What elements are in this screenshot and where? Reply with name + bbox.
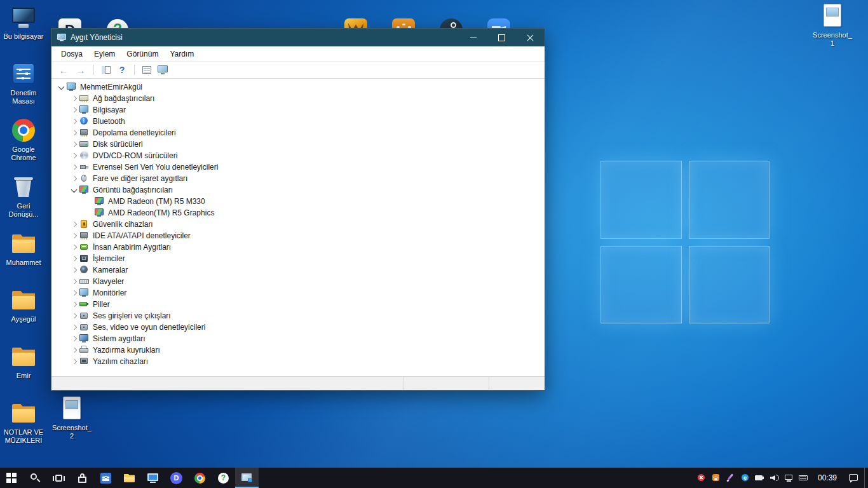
desktop-icon[interactable]: Google Chrome xyxy=(0,117,47,173)
tree-item[interactable]: Fare ve diğer işaret aygıtları xyxy=(51,173,545,184)
tree-item[interactable]: Bluetooth xyxy=(51,116,545,127)
tree-expander-icon[interactable] xyxy=(69,334,79,344)
clock[interactable]: 00:39 xyxy=(812,468,843,488)
tree-item[interactable]: Bilgisayar xyxy=(51,104,545,116)
tree-item[interactable]: IDE ATA/ATAPI denetleyiciler xyxy=(51,230,545,241)
desktop-icon[interactable]: Geri Dönüşü... xyxy=(0,173,47,230)
tree-expander-icon[interactable] xyxy=(69,128,79,138)
desktop-icon[interactable]: Emir xyxy=(0,343,47,400)
list-view-icon[interactable] xyxy=(140,64,153,76)
tree-item[interactable]: Ağ bağdaştırıcıları xyxy=(51,93,545,104)
tree-expander-icon[interactable] xyxy=(69,299,79,309)
tray-button[interactable]: e xyxy=(738,468,752,488)
tree-expander-icon[interactable] xyxy=(69,356,79,367)
tree-expander-icon[interactable] xyxy=(69,151,79,161)
tree-item[interactable]: AMD Radeon(TM) R5 Graphics xyxy=(51,207,545,219)
tree-expander-icon[interactable] xyxy=(69,139,79,149)
minimize-button[interactable] xyxy=(459,29,487,46)
back-icon[interactable] xyxy=(57,63,71,77)
tree-item[interactable]: Klavyeler xyxy=(51,276,545,287)
tree-item[interactable]: İşlemciler xyxy=(51,253,545,264)
tree-expander-icon[interactable] xyxy=(69,288,79,298)
battery-icon xyxy=(79,300,89,309)
forward-icon[interactable] xyxy=(74,63,88,77)
tree-item[interactable]: Depolama denetleyicileri xyxy=(51,127,545,139)
maximize-button[interactable] xyxy=(487,29,516,46)
tree-expander-icon[interactable] xyxy=(69,162,79,172)
tree-item[interactable]: İnsan Arabirim Aygıtları xyxy=(51,241,545,253)
tree-item[interactable]: Yazılım cihazları xyxy=(51,356,545,367)
tree-item[interactable]: MehmetEmirAkgül xyxy=(51,81,545,93)
taskbar-app-button[interactable] xyxy=(71,468,94,488)
tree-item[interactable]: Disk sürücüleri xyxy=(51,139,545,150)
tree-item[interactable]: Ses, video ve oyun denetleyicileri xyxy=(51,322,545,333)
menu-item[interactable]: Dosya xyxy=(55,48,88,60)
tree-expander-icon[interactable] xyxy=(69,311,79,321)
action-center-button[interactable] xyxy=(843,468,864,488)
tree-expander-icon[interactable] xyxy=(69,242,79,252)
desktop-icon[interactable]: NOTLAR VE MÜZİKLERİ xyxy=(0,400,47,456)
taskbar-app-button[interactable] xyxy=(235,468,259,488)
tray-button[interactable] xyxy=(796,468,811,488)
tree-item[interactable]: Sistem aygıtları xyxy=(51,333,545,344)
tree-item[interactable]: Yazdırma kuyrukları xyxy=(51,344,545,356)
desktop-icon[interactable]: Screenshot_1 xyxy=(809,3,856,59)
menu-item[interactable]: Yardım xyxy=(164,48,200,60)
tree-expander-icon[interactable] xyxy=(69,345,79,355)
tree-expander-icon[interactable] xyxy=(57,82,67,92)
title-bar[interactable]: Aygıt Yöneticisi xyxy=(51,29,545,46)
tree-expander-icon[interactable] xyxy=(69,231,79,241)
tree-item[interactable]: AMD Radeon (TM) R5 M330 xyxy=(51,196,545,207)
tree-expander-icon[interactable] xyxy=(69,276,79,287)
tree-expander-icon[interactable] xyxy=(69,93,79,104)
tree-expander-icon[interactable] xyxy=(69,105,79,115)
close-button[interactable] xyxy=(516,29,545,46)
desktop-icon[interactable]: Ayşegül xyxy=(0,287,47,343)
tray-button[interactable] xyxy=(752,468,767,488)
screenshot-file-icon xyxy=(58,395,85,422)
taskbar-app-button[interactable] xyxy=(188,468,212,488)
menu-item[interactable]: Görünüm xyxy=(121,48,164,60)
menu-item[interactable]: Eylem xyxy=(88,48,121,60)
taskbar-app-button[interactable] xyxy=(141,468,165,488)
desktop-icon[interactable]: Muhammet xyxy=(0,230,47,287)
desktop-icon[interactable]: Denetim Masası xyxy=(0,60,47,117)
taskbar-app-button[interactable] xyxy=(94,468,118,488)
tree-item[interactable]: Güvenlik cihazları xyxy=(51,219,545,230)
taskbar-app-button[interactable] xyxy=(0,468,24,488)
tree-item[interactable]: Piller xyxy=(51,299,545,310)
console-tree-icon[interactable] xyxy=(100,64,112,76)
tree-expander-icon[interactable] xyxy=(69,219,79,229)
taskbar-app-button[interactable] xyxy=(24,468,47,488)
tree-item[interactable]: Monitörler xyxy=(51,287,545,299)
desktop-icon[interactable]: Bu bilgisayar xyxy=(0,4,47,60)
tray-button[interactable] xyxy=(694,468,709,488)
windows-logo-pane xyxy=(689,161,770,239)
tray-button[interactable] xyxy=(709,468,723,488)
tree-expander-icon[interactable] xyxy=(69,185,79,195)
tree-expander-icon[interactable] xyxy=(69,116,79,126)
show-desktop-button[interactable] xyxy=(864,468,868,488)
tray-button[interactable] xyxy=(767,468,782,488)
taskbar-app-button[interactable] xyxy=(47,468,71,488)
tree-expander-icon[interactable] xyxy=(69,265,79,275)
tree-expander-icon[interactable] xyxy=(85,208,95,218)
tree-item[interactable]: Evrensel Seri Veri Yolu denetleyicileri xyxy=(51,161,545,173)
tree-expander-icon[interactable] xyxy=(69,322,79,332)
taskbar-app-button[interactable]: ? xyxy=(212,468,235,488)
help-icon[interactable] xyxy=(116,64,128,76)
tray-button[interactable] xyxy=(782,468,796,488)
desktop-icon[interactable]: Screenshot_2 xyxy=(48,395,95,452)
tree-item[interactable]: DVD/CD-ROM sürücüleri xyxy=(51,150,545,161)
tree-item[interactable]: Görüntü bağdaştırıcıları xyxy=(51,184,545,196)
taskbar-app-button[interactable] xyxy=(118,468,141,488)
tree-item[interactable]: Ses girişleri ve çıkışları xyxy=(51,310,545,322)
tree-expander-icon[interactable] xyxy=(85,196,95,207)
taskbar-app-button[interactable]: D xyxy=(165,468,188,488)
tray-button[interactable] xyxy=(723,468,738,488)
tree-item[interactable]: Kameralar xyxy=(51,264,545,276)
tree-expander-icon[interactable] xyxy=(69,254,79,264)
scan-hardware-icon[interactable] xyxy=(156,64,169,76)
pen-app-icon xyxy=(725,473,736,483)
tree-expander-icon[interactable] xyxy=(69,173,79,184)
